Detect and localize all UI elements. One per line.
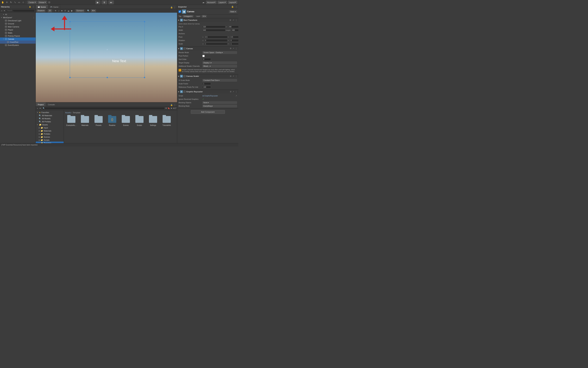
play-button[interactable]: ▶ [95,0,100,4]
tab-scene[interactable]: 🏔 Scene [36,5,48,9]
hierarchy-item-walls[interactable]: Walls [0,31,36,34]
viewport[interactable]: New Text [36,13,177,102]
scale-factor-input[interactable] [202,83,211,85]
graphic-raycaster-gear[interactable]: ⚙ [230,91,232,93]
sidebar-all-materials[interactable]: 🔍 All Materials [36,114,64,117]
layer-dropdown[interactable]: UI ▾ [202,15,207,18]
hierarchy-minigame-more[interactable]: ⋮ [33,16,35,19]
skybox-icon[interactable]: ☁ [67,9,70,12]
tab-console[interactable]: Console [46,102,57,106]
hierarchy-item-maincamera[interactable]: Main Camera [0,25,36,28]
scale-tool-icon[interactable]: ⤡ [13,1,17,4]
asset-exampleas[interactable]: ExampleAs... [65,115,78,126]
asset-readme[interactable]: {} Readme [106,115,118,126]
rect-transform-more-icon[interactable]: ⋮ [235,19,237,21]
search-icon[interactable]: 🔍 [87,9,90,12]
handle-tl[interactable] [69,21,71,22]
handle-bc[interactable] [107,77,108,78]
graphic-raycaster-header[interactable]: ▶ ⊞ ✓ Graphic Raycaster ⚙ ↗ ⋮ [177,90,238,93]
breadcrumb-assets[interactable]: Assets [65,111,71,114]
ref-pixels-input[interactable] [202,86,211,88]
audio-icon[interactable]: ♪ [58,9,60,12]
hierarchy-item-pickup[interactable]: PickUp Parent [0,34,36,37]
ignore-reversed-check[interactable]: ✓ [202,98,204,100]
pixel-perfect-checkbox[interactable] [202,55,205,57]
graphic-raycaster-check[interactable]: ✓ [184,91,186,93]
rect-tool-icon[interactable]: ▭ [17,1,21,4]
script-value[interactable]: ⊞ GraphicRaycaster [202,95,235,97]
star-icon[interactable]: ★ [170,107,172,109]
pos-x-input[interactable] [202,26,225,28]
sidebar-input[interactable]: ▶ 📁 Input [36,126,64,129]
sidebar-all-prefabs[interactable]: 🔍 All Prefabs [36,120,64,123]
add-component-button[interactable]: Add Component [191,110,225,114]
graphic-raycaster-link-icon[interactable]: ↗ [232,91,234,93]
sidebar-favorites[interactable]: ▼ ★ Favorites [36,111,64,114]
width-input[interactable] [202,29,225,32]
layout-dropdown[interactable]: Layout ▾ [228,1,237,4]
sidebar-all-models[interactable]: 🔍 All Models [36,117,64,120]
canvas-scaler-header[interactable]: ▶ ⊞ ✓ Canvas Scaler ⚙ ↗ ⋮ [177,74,238,78]
hierarchy-item-counttext[interactable]: CountText [0,41,36,44]
hierarchy-item-dirlight[interactable]: Directional Light [0,19,36,22]
sort-order-input[interactable] [202,58,211,61]
extra-tool-icon[interactable]: ⊡ [48,1,51,4]
tag-dropdown[interactable]: Untagged ▾ [183,15,193,18]
layers-dropdown[interactable]: Layers ▾ [218,1,227,4]
scene-panel-lock[interactable]: 🔓 [170,6,173,9]
rot-x-input[interactable] [205,39,227,42]
rect-transform-link-icon[interactable]: ↗ [232,19,234,21]
handle-br[interactable] [144,77,145,78]
hierarchy-dropdown-btn[interactable]: ▾ [3,9,5,12]
sidebar-materials[interactable]: ▶ 📁 Materials [36,129,64,132]
bookmark-icon[interactable]: 🔖 [168,107,170,109]
canvas-scaler-gear[interactable]: ⚙ [230,75,232,77]
mode-2d-btn[interactable]: 2D [48,9,52,12]
canvas-header[interactable]: ▶ ⊞ ✓ Canvas ⚙ ↗ ⋮ [177,47,238,50]
pos-y-input[interactable] [228,26,238,28]
graphic-raycaster-more-icon[interactable]: ⋮ [235,91,237,93]
rect-transform-header[interactable]: ▶ ⊞ Rect Transform ⚙ ↗ ⋮ [177,18,238,22]
hierarchy-item-ground[interactable]: Ground [0,22,36,25]
asset-scenes[interactable]: Scenes [120,115,132,126]
handle-bl[interactable] [69,77,71,78]
inspector-more-icon[interactable]: ⋮ [235,5,237,8]
hierarchy-item-canvas[interactable]: ▼ Canvas [0,37,36,41]
asset-presets[interactable]: Presets [92,115,105,126]
ui-scale-dropdown[interactable]: Constant Pixel Size ▾ [202,79,237,82]
hierarchy-more-icon[interactable]: ⋮ [32,5,35,8]
project-search-input[interactable] [42,107,164,110]
transform-tool-icon[interactable]: ⊹ [21,1,25,4]
height-input[interactable] [231,29,238,32]
gizmos-dropdown[interactable]: Gizmos ▾ [75,9,84,12]
sidebar-assets[interactable]: ▼ 📁 Assets [36,123,64,126]
project-add-btn[interactable]: + [36,107,38,110]
hierarchy-lock-icon[interactable]: 🔓 [29,6,31,8]
grid-icon[interactable]: # [64,9,66,12]
pause-button[interactable]: ⏸ [102,0,107,4]
canvas-settings-icon[interactable]: ⚙ [230,47,232,50]
project-panel-lock[interactable]: 🔓 [170,104,173,106]
static-dropdown-btn[interactable]: Static ▾ [229,10,237,13]
sidebar-scripts[interactable]: ▶ 📁 Scripts [36,138,64,142]
canvas-check[interactable]: ✓ [184,47,186,50]
shading-dropdown[interactable]: Shaded ▾ [36,9,45,12]
fx-icon[interactable]: ★ [61,9,63,12]
sidebar-scenes[interactable]: ▶ 📁 Scenes [36,135,64,138]
light-icon[interactable]: ☀ [54,9,57,12]
hierarchy-search-input[interactable] [6,9,35,12]
canvas-link-icon[interactable]: ↗ [232,47,234,50]
step-button[interactable]: ⏭ [108,0,114,4]
pivot-global-btn[interactable]: Global ▾ [38,1,47,4]
account-dropdown[interactable]: Account ▾ [206,1,216,4]
script-link-icon[interactable]: ↗ [235,95,237,97]
asset-tutorialinfo[interactable]: TutorialInfo [160,115,173,126]
object-active-checkbox[interactable] [178,10,181,13]
cloud-icon[interactable]: ☁ [202,1,205,4]
sidebar-template[interactable]: ▶ 📁 Template [36,142,64,143]
anim-icon[interactable]: ▶ [71,9,73,12]
project-panel-more[interactable]: ⋮ [173,104,176,106]
hierarchy-item-minigame[interactable]: ▼ MiniGame* ⋮ [0,16,36,19]
sidebar-prefabs[interactable]: ▶ 📁 Prefabs [36,132,64,135]
pivot-y-input[interactable] [230,36,238,38]
